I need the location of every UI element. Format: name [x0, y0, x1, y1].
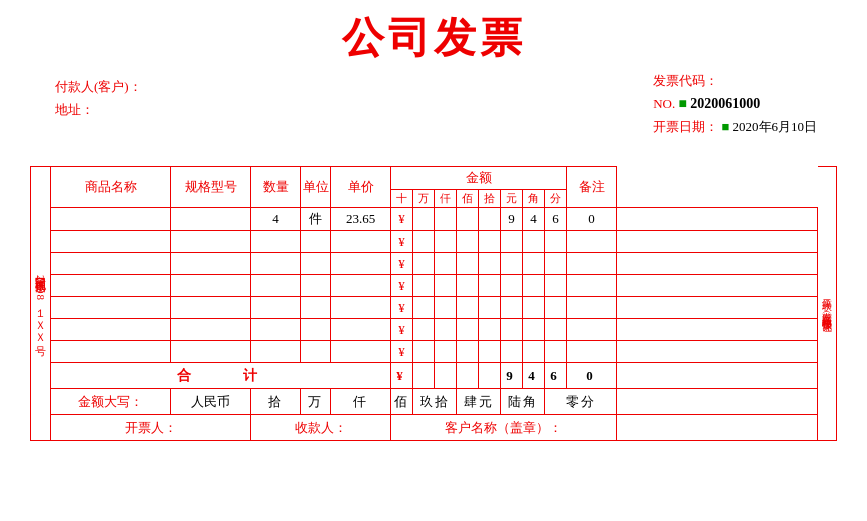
- currency-label: 人民币: [171, 389, 251, 415]
- row1-name: [51, 208, 171, 231]
- total-a7: 6: [545, 363, 567, 389]
- invoice-no-line: NO. ■ 2020061000: [653, 92, 817, 116]
- row1-unit: 件: [301, 208, 331, 231]
- daxie-yuan: 肆元: [457, 389, 501, 415]
- table-row: ¥: [51, 275, 818, 297]
- total-row: 合 计 ¥ 9 4 6 0: [51, 363, 818, 389]
- daxie-wan: 万: [301, 389, 331, 415]
- total-note: [617, 363, 818, 389]
- daxie-qian: 仟: [331, 389, 391, 415]
- table-row: ¥: [51, 297, 818, 319]
- total-label: 合 计: [51, 363, 391, 389]
- row1-yen: ¥: [391, 208, 413, 231]
- col-qty: 数量: [251, 167, 301, 208]
- invoice-table-wrapper: 国税征票图【2008１ＸＸ号 商品名称 规格型号 数量 单位 单价 金额 备注 …: [30, 166, 837, 441]
- row1-qty: 4: [251, 208, 301, 231]
- daxie-note: [617, 389, 818, 415]
- invoice-table: 商品名称 规格型号 数量 单位 单价 金额 备注 十 万 仟 佰 拾 元 角 分: [50, 166, 818, 441]
- col-spec: 规格型号: [171, 167, 251, 208]
- total-yen: ¥: [391, 363, 413, 389]
- invoice-date-value: 2020年6月10日: [733, 119, 818, 134]
- table-row: ¥: [51, 231, 818, 253]
- amount-col-qian: 仟: [435, 190, 457, 208]
- payer-label: 付款人(客户)：: [55, 75, 142, 98]
- daxie-label: 金额大写：: [51, 389, 171, 415]
- bottom-row: 开票人： 收款人： 客户名称（盖章）：: [51, 415, 818, 441]
- row1-spec: [171, 208, 251, 231]
- row1-a2: [435, 208, 457, 231]
- receiver-label: 收款人：: [251, 415, 391, 441]
- row1-price: 23.65: [331, 208, 391, 231]
- col-note: 备注: [567, 167, 617, 208]
- total-a8: 0: [567, 363, 617, 389]
- total-a5: 9: [501, 363, 523, 389]
- invoice-page: 公司发票 付款人(客户)： 地址： 发票代码： NO. ■ 2020061000…: [0, 0, 867, 521]
- row1-a8: 0: [567, 208, 617, 231]
- daxie-jiao: 陆角: [501, 389, 545, 415]
- header-right: 发票代码： NO. ■ 2020061000 开票日期： ■ 2020年6月10…: [653, 70, 817, 138]
- row1-a4: [479, 208, 501, 231]
- daxie-row: 金额大写： 人民币 拾 万 仟 佰 玖拾 肆元 陆角 零分: [51, 389, 818, 415]
- invoice-title: 公司发票: [20, 10, 847, 66]
- amount-col-wan: 万: [413, 190, 435, 208]
- daxie-shi2: 玖拾: [413, 389, 457, 415]
- row1-a7: 6: [545, 208, 567, 231]
- bottom-note: [617, 415, 818, 441]
- amount-col-jiao: 角: [523, 190, 545, 208]
- table-header-row: 商品名称 规格型号 数量 单位 单价 金额 备注: [51, 167, 818, 190]
- address-label: 地址：: [55, 98, 142, 121]
- amount-col-shi: 十: [391, 190, 413, 208]
- row1-a5: 9: [501, 208, 523, 231]
- amount-col-shi2: 拾: [479, 190, 501, 208]
- amount-col-yuan: 元: [501, 190, 523, 208]
- row1-a1: [413, 208, 435, 231]
- invoice-code-label: 发票代码：: [653, 70, 817, 92]
- col-amount-header: 金额: [391, 167, 567, 190]
- customer-label: 客户名称（盖章）：: [391, 415, 617, 441]
- issuer-label: 开票人：: [51, 415, 251, 441]
- total-a1: [413, 363, 435, 389]
- total-a2: [435, 363, 457, 389]
- table-row: 4 件 23.65 ¥ 9 4 6 0: [51, 208, 818, 231]
- daxie-shi: 拾: [251, 389, 301, 415]
- col-unit: 单位: [301, 167, 331, 208]
- table-row: ¥: [51, 319, 818, 341]
- row1-a3: [457, 208, 479, 231]
- row1-a6: 4: [523, 208, 545, 231]
- row1-note: [617, 208, 818, 231]
- amount-col-fen: 分: [545, 190, 567, 208]
- total-a6: 4: [523, 363, 545, 389]
- left-vertical-label: 国税征票图【2008１ＸＸ号: [30, 166, 50, 441]
- daxie-bai: 佰: [391, 389, 413, 415]
- header-left: 付款人(客户)： 地址：: [55, 75, 142, 122]
- amount-col-bai: 佰: [457, 190, 479, 208]
- col-product-name: 商品名称: [51, 167, 171, 208]
- daxie-fen: 零分: [545, 389, 617, 415]
- total-a3: [457, 363, 479, 389]
- table-row: ¥: [51, 253, 818, 275]
- right-vertical-label: 第二联：发票联（顾客报销凭证）: [818, 166, 837, 441]
- total-a4: [479, 363, 501, 389]
- invoice-date-line: 开票日期： ■ 2020年6月10日: [653, 116, 817, 138]
- col-price: 单价: [331, 167, 391, 208]
- table-row: ¥: [51, 341, 818, 363]
- invoice-no-value: 2020061000: [690, 96, 760, 111]
